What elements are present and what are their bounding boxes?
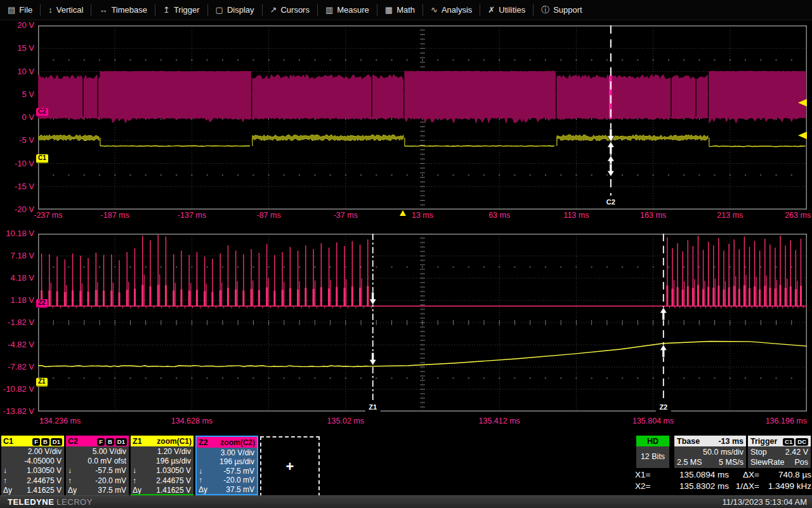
x-tick-label: 113 ms <box>563 211 589 220</box>
y-tick-label: 15 V <box>0 44 34 53</box>
math-icon: ▦ <box>385 5 393 15</box>
trigger-header: Trigger C1DC <box>748 436 811 446</box>
menu-item-trigger[interactable]: ↥Trigger <box>155 0 207 20</box>
descriptor-header: C1FBD1 <box>1 436 64 446</box>
descriptor-row: ↓-57.5 mV <box>66 466 129 475</box>
x-tick-label: 135.02 ms <box>327 417 364 425</box>
x-tick-label: 213 ms <box>717 211 743 220</box>
descriptor-badge-b: B <box>41 438 49 446</box>
cursor-glyph: Δy <box>66 486 81 495</box>
x-tick-label: -87 ms <box>256 211 280 220</box>
descriptor-value: 2.00 V/div <box>16 447 64 456</box>
plus-icon: + <box>286 458 294 475</box>
cursor-glyph: Δy <box>1 486 16 495</box>
descriptor-value: 2.44675 V <box>145 476 193 485</box>
support-icon: ⓘ <box>541 4 549 16</box>
descriptor-row: -4.05000 V <box>1 457 64 465</box>
descriptor-value: 37.5 mV <box>211 485 257 494</box>
descriptor-row: 3.00 V/div <box>197 448 257 457</box>
x2-label: X2= <box>635 481 658 491</box>
descriptor-value: 196 µs/div <box>145 457 193 465</box>
descriptor-row: ↓1.03050 V <box>1 466 64 475</box>
trace-descriptor-c2[interactable]: C2FBD15.00 V/div0.0 mV ofst↓-57.5 mV↑-20… <box>66 436 129 495</box>
trace-descriptor-c1[interactable]: C1FBD12.00 V/div-4.05000 V↓1.03050 V↑2.4… <box>1 436 64 495</box>
timebase-rate: 5 MS/s <box>719 457 743 467</box>
channel-badge-c2[interactable]: C2 <box>36 108 48 117</box>
hd-header: HD <box>636 436 669 446</box>
trigger-icon: ↥ <box>163 5 170 15</box>
menu-item-math[interactable]: ▦Math <box>377 0 422 20</box>
channel-badge-z1[interactable]: Z1 <box>36 378 48 387</box>
menu-item-label: Trigger <box>174 5 200 15</box>
cursors-icon: ↗ <box>270 5 277 15</box>
add-trace-box[interactable]: + <box>260 436 320 497</box>
descriptor-row: Δy37.5 mV <box>197 485 257 494</box>
descriptor-header-right: zoom(C2) <box>220 438 255 447</box>
cursor-glyph: Δy <box>197 485 211 494</box>
channel-badge-z2[interactable]: Z2 <box>36 299 48 308</box>
menu-item-vertical[interactable]: ↕Vertical <box>41 0 91 20</box>
menu-item-label: File <box>19 5 32 15</box>
menu-item-support[interactable]: ⓘSupport <box>534 0 590 20</box>
brand-teledyne: TELEDYNE <box>8 497 54 507</box>
trace-descriptor-z1[interactable]: Z1zoom(C1)1.20 V/div196 µs/div↓1.03050 V… <box>131 436 193 495</box>
trigger-time-marker[interactable] <box>400 210 406 216</box>
descriptor-value: -20.0 mV <box>81 476 129 485</box>
descriptor-rows: 3.00 V/div196 µs/div↓-57.5 mV↑-20.0 mVΔy… <box>197 448 257 494</box>
inv-dx-value: 1.3499 kHz <box>763 481 811 491</box>
menu-item-display[interactable]: ▢Display <box>208 0 262 20</box>
trigger-box[interactable]: Trigger C1DC Stop 2.42 V SlewRate Pos <box>748 436 811 468</box>
descriptor-title: Z2 <box>199 438 208 447</box>
descriptor-value: -20.0 mV <box>211 476 257 485</box>
menu-item-timebase[interactable]: ↔Timebase <box>91 0 155 20</box>
y-tick-label: 10.18 V <box>0 229 34 238</box>
menu-item-measure[interactable]: ▥Measure <box>318 0 377 20</box>
trigger-level: 2.42 V <box>785 447 808 457</box>
x-tick-label: -187 ms <box>101 211 129 220</box>
menu-item-utilities[interactable]: ✗Utilities <box>480 0 533 20</box>
svg-text:Z1: Z1 <box>369 403 377 411</box>
timebase-box[interactable]: Tbase -13 ms 50.0 ms/div 2.5 MS 5 MS/s <box>674 436 746 468</box>
datetime: 11/13/2023 5:13:04 AM <box>723 497 807 507</box>
trigger-type: SlewRate <box>750 457 785 467</box>
descriptor-row: ↑-20.0 mV <box>197 476 257 485</box>
timebase-samples: 2.5 MS <box>677 457 702 467</box>
descriptor-header-right: FBD1 <box>96 437 127 446</box>
y-tick-label: 5 V <box>0 90 34 99</box>
descriptor-badge-b: B <box>106 438 114 446</box>
inv-dx-label: 1/ΔX= <box>729 481 763 491</box>
channel-badge-c1[interactable]: C1 <box>36 154 48 163</box>
descriptor-row: 0.0 mV ofst <box>66 457 129 465</box>
y-tick-label: -15 V <box>0 182 34 191</box>
hd-box[interactable]: HD 12 Bits <box>636 436 669 468</box>
descriptor-header: Z2zoom(C2) <box>197 437 257 448</box>
descriptor-row: 2.00 V/div <box>1 447 64 456</box>
menu-item-analysis[interactable]: ∿Analysis <box>423 0 480 20</box>
descriptor-badge-f: F <box>97 438 105 446</box>
descriptor-value: -57.5 mV <box>81 466 129 475</box>
menu-item-cursors[interactable]: ↗Cursors <box>263 0 317 20</box>
cursor-glyph: ↑ <box>66 476 81 485</box>
trace-descriptor-z2[interactable]: Z2zoom(C2)3.00 V/div196 µs/div↓-57.5 mV↑… <box>195 436 258 495</box>
x-tick-label: 135.804 ms <box>632 417 674 425</box>
utilities-icon: ✗ <box>488 5 495 15</box>
y-tick-label: 7.18 V <box>0 251 34 260</box>
x-tick-label: 136.196 ms <box>766 417 807 425</box>
descriptor-value: 1.03050 V <box>16 466 64 475</box>
x-tick-label: 163 ms <box>640 211 666 220</box>
descriptor-rows: 2.00 V/div-4.05000 V↓1.03050 V↑2.44675 V… <box>1 446 64 495</box>
dx-value: 740.8 µs <box>763 470 811 479</box>
cursor-readout: X1= 135.0894 ms ΔX= 740.8 µs X2= 135.830… <box>635 469 811 491</box>
cursor-glyph: ↓ <box>131 466 145 475</box>
trigger-source-badges: C1DC <box>782 437 808 446</box>
y-tick-label: -7.82 V <box>0 363 34 371</box>
descriptor-row: Δy37.5 mV <box>66 486 129 495</box>
file-icon: ▤ <box>8 5 15 15</box>
zoom-grid-plot: Z1Z2 <box>38 234 807 411</box>
descriptor-row: Δy1.41625 V <box>131 486 193 495</box>
vertical-icon: ↕ <box>48 5 53 15</box>
menu-item-file[interactable]: ▤File <box>0 0 40 20</box>
descriptor-title: C2 <box>68 437 78 446</box>
x-tick-label: 135.412 ms <box>479 417 520 425</box>
timebase-header: Tbase -13 ms <box>674 436 746 446</box>
